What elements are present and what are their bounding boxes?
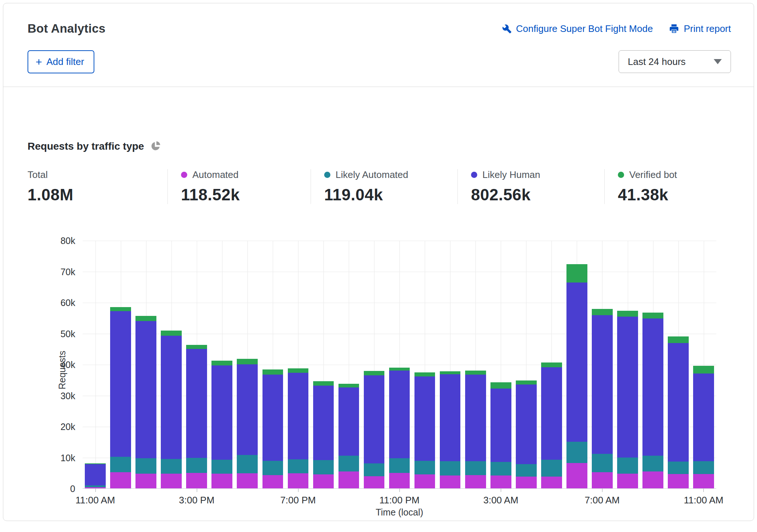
hour-slot [514, 241, 539, 488]
hour-slot [387, 241, 412, 488]
wrench-icon [501, 23, 512, 34]
bar-segment-verified-bot [135, 316, 156, 321]
stacked-bar[interactable] [186, 241, 207, 488]
configure-link-label: Configure Super Bot Fight Mode [516, 23, 653, 34]
likely-human-dot-icon [471, 172, 477, 178]
stacked-bar[interactable] [490, 241, 511, 488]
bar-segment-likely-human [541, 367, 562, 459]
stacked-bar[interactable] [693, 241, 714, 488]
x-tick [197, 489, 197, 492]
stacked-bar[interactable] [617, 241, 638, 488]
stat-likely-human-value: 802.56k [471, 186, 593, 204]
bar-segment-likely-automated [592, 454, 613, 472]
stacked-bar[interactable] [364, 241, 385, 488]
bar-segment-verified-bot [693, 366, 714, 374]
bar-segment-automated [465, 475, 486, 488]
stacked-bar[interactable] [135, 241, 156, 488]
bar-segment-likely-human [440, 374, 461, 461]
stacked-bar[interactable] [668, 241, 689, 488]
stat-likely-human: Likely Human 802.56k [457, 169, 604, 204]
stat-verified-bot: Verified bot 41.38k [604, 169, 732, 204]
bar-segment-likely-automated [110, 457, 131, 472]
y-tick-label: 40k [42, 360, 75, 370]
bar-segment-verified-bot [288, 368, 309, 373]
y-axis-labels: 010k20k30k40k50k60k70k80k [46, 241, 79, 489]
y-tick-label: 10k [42, 452, 75, 463]
hour-slot [615, 241, 640, 488]
stat-likely-automated-value: 119.04k [324, 186, 446, 204]
bar-segment-likely-human [211, 365, 232, 460]
bar-segment-verified-bot [161, 331, 182, 336]
time-range-select[interactable]: Last 24 hours [619, 50, 731, 73]
x-tick-label: 7:00 AM [585, 495, 620, 506]
hour-slot [83, 241, 108, 488]
stacked-bar[interactable] [288, 241, 309, 488]
hour-slot [640, 241, 666, 488]
pie-chart-icon [150, 141, 161, 152]
bar-segment-automated [110, 472, 131, 488]
hour-slot [235, 241, 260, 488]
x-axis-title: Time (local) [83, 507, 716, 518]
stacked-bar[interactable] [161, 241, 182, 488]
hour-slot [590, 241, 615, 488]
stacked-bar[interactable] [338, 241, 359, 488]
stacked-bar[interactable] [566, 241, 587, 488]
bar-segment-likely-automated [389, 458, 410, 473]
bar-segment-verified-bot [566, 264, 587, 283]
bar-segment-automated [541, 477, 562, 488]
y-tick-label: 50k [42, 328, 75, 339]
bar-segment-likely-human [617, 317, 638, 458]
stat-likely-automated: Likely Automated 119.04k [311, 169, 457, 204]
bar-segment-likely-human [313, 386, 334, 460]
stacked-bar[interactable] [516, 241, 537, 488]
bar-segment-likely-automated [288, 459, 309, 473]
bar-segment-likely-automated [161, 459, 182, 474]
bar-segment-verified-bot [389, 368, 410, 371]
bar-segment-verified-bot [465, 371, 486, 374]
bar-segment-automated [338, 471, 359, 488]
bar-segment-verified-bot [313, 381, 334, 386]
stacked-bar[interactable] [85, 241, 106, 488]
x-tick-label: 11:00 AM [684, 495, 724, 506]
stacked-bar[interactable] [313, 241, 334, 488]
stacked-bar[interactable] [541, 241, 562, 488]
stacked-bar[interactable] [262, 241, 283, 488]
bar-segment-automated [389, 473, 410, 488]
x-tick [703, 489, 704, 492]
stacked-bar[interactable] [642, 241, 663, 488]
stat-verified-bot-value: 41.38k [618, 186, 721, 204]
bar-segment-automated [237, 473, 258, 488]
bar-segment-likely-human [262, 375, 283, 461]
stacked-bar[interactable] [592, 241, 613, 488]
stat-total-label: Total [28, 169, 48, 181]
x-tick-label: 3:00 PM [179, 495, 214, 506]
page-title: Bot Analytics [28, 22, 105, 36]
bar-segment-automated [490, 475, 511, 488]
bar-segment-verified-bot [440, 371, 461, 374]
configure-super-bot-fight-mode-link[interactable]: Configure Super Bot Fight Mode [501, 23, 653, 34]
x-tick-label: 11:00 AM [76, 495, 115, 506]
stacked-bar[interactable] [465, 241, 486, 488]
stacked-bar[interactable] [211, 241, 232, 488]
hour-slot [666, 241, 691, 488]
bar-segment-likely-human [592, 315, 613, 454]
stacked-bar[interactable] [389, 241, 410, 488]
add-filter-button[interactable]: + Add filter [28, 50, 94, 73]
stacked-bar[interactable] [237, 241, 258, 488]
bar-segment-automated [262, 475, 283, 488]
print-report-link[interactable]: Print report [669, 23, 731, 34]
y-tick-label: 60k [42, 298, 75, 308]
stacked-bar[interactable] [110, 241, 131, 488]
bar-segment-likely-automated [414, 461, 435, 474]
x-tick-label: 11:00 PM [379, 495, 419, 506]
bar-segment-likely-automated [642, 456, 663, 471]
bar-segment-verified-bot [668, 336, 689, 343]
stat-automated-value: 118.52k [181, 186, 300, 204]
bar-segment-likely-human [161, 336, 182, 459]
stacked-bar[interactable] [440, 241, 461, 488]
bar-segment-automated [642, 471, 663, 488]
stacked-bar[interactable] [414, 241, 435, 488]
bar-segment-likely-automated [566, 442, 587, 463]
bar-segment-likely-human [642, 318, 663, 456]
bar-segment-verified-bot [592, 309, 613, 315]
